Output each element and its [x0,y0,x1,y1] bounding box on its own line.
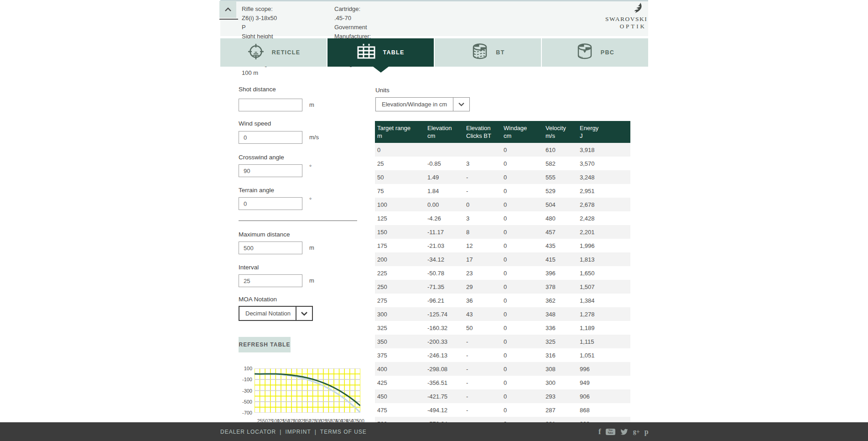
table-row: 325-160.325003361,189 [375,321,630,335]
tab-table[interactable]: TABLE [327,38,434,67]
terrain-angle-input[interactable] [239,197,302,210]
refresh-table-button[interactable]: REFRESH TABLE [239,337,291,352]
crosswind-angle-input[interactable] [239,164,302,177]
table-cell: 100 [377,201,427,208]
table-cell: 0 [504,229,546,236]
twitter-icon[interactable] [620,428,629,436]
table-row: 175-21.031204351,996 [375,239,630,252]
table-cell: 0 [504,352,546,359]
table-cell: 200 [377,256,427,263]
pinterest-icon[interactable]: p [645,428,649,436]
table-cell: -50.78 [427,270,466,277]
googleplus-icon[interactable]: g+ [633,428,640,436]
table-row: 425-356.51-0300949 [375,376,630,389]
table-cell: 293 [546,393,580,400]
maximum-distance-label: Maximum distance [239,231,366,238]
table-cell: - [466,174,504,181]
table-cell: 375 [377,352,427,359]
table-cell: 336 [546,325,580,331]
ballistic-calculator-page: Rifle scope: Z6(i) 3-18x50 P Sight heigh… [0,0,868,441]
wind-speed-input[interactable] [239,131,302,144]
shot-distance-input[interactable] [239,99,302,111]
table-cell: -200.33 [427,338,466,345]
tab-table-label: TABLE [383,49,404,56]
table-cell: 450 [377,393,427,400]
tab-bt[interactable]: BT [434,38,541,67]
table-cell: 1,189 [580,325,630,331]
table-cell: 17 [466,256,504,263]
table-cell: 1,115 [580,338,630,345]
table-cell: 0 [504,174,546,181]
table-cell: - [466,393,504,400]
table-cell: 300 [546,379,580,386]
table-cell: 43 [466,311,504,318]
table-cell: 0.00 [427,201,466,208]
table-cell: 300 [377,311,427,318]
chevron-down-icon [296,307,312,320]
column-header-target-range: Target rangem [377,124,427,143]
moa-notation-select[interactable]: Decimal Notation [239,306,313,321]
table-cell: -356.51 [427,379,466,386]
table-row: 400-298.08-0308996 [375,362,630,376]
table-cell: 0 [504,325,546,331]
table-cell: 8 [466,229,504,236]
units-select[interactable]: Elevation/Windage in cm [375,97,470,111]
imprint-link[interactable]: IMPRINT [285,429,311,435]
table-cell: 0 [466,201,504,208]
column-header-velocity: Velocitym/s [546,124,580,143]
table-cell: 275 [377,297,427,304]
column-header-elevation-cm: Elevationcm [427,124,466,143]
spec-cartridge: Cartridge: .45-70 Government [334,5,372,32]
table-cell: -4.26 [427,215,466,222]
link-separator: | [280,429,281,435]
spec-rifle-scope: Rifle scope: Z6(i) 3-18x50 P [242,5,281,32]
table-cell: 457 [546,229,580,236]
maximum-distance-input[interactable] [239,242,302,254]
table-icon [357,44,376,61]
wind-speed-unit: m/s [309,134,319,141]
table-cell: 949 [580,379,630,386]
table-cell: 906 [580,393,630,400]
configuration-header: Rifle scope: Z6(i) 3-18x50 P Sight heigh… [220,1,648,36]
table-cell: 25 [377,160,427,167]
crosswind-angle-unit: ° [309,163,312,170]
facebook-icon[interactable]: f [598,427,601,436]
table-cell: 1,813 [580,256,630,263]
y-tick-label: -100 [232,377,252,382]
table-cell: 0 [504,188,546,194]
swarovski-optik-logo: SWAROVSKI OPTIK [605,2,646,30]
shot-distance-unit: m [309,101,314,108]
interval-unit: m [309,277,314,284]
collapse-header-button[interactable] [219,1,236,18]
dealer-locator-link[interactable]: DEALER LOCATOR [220,429,276,435]
table-cell: 125 [377,215,427,222]
table-cell: 475 [377,407,427,414]
table-cell: 378 [546,284,580,290]
table-cell: -298.08 [427,366,466,373]
table-cell: 1,278 [580,311,630,318]
table-cell: 3,570 [580,160,630,167]
table-cell: 3 [466,215,504,222]
tab-pbc[interactable]: PBC [541,38,648,67]
table-cell: 0 [504,338,546,345]
table-cell: - [466,407,504,414]
table-cell: 0 [504,215,546,222]
reticle-icon [247,42,265,63]
table-cell: -21.03 [427,242,466,249]
table-cell: 0 [504,201,546,208]
table-cell: 480 [546,215,580,222]
interval-input[interactable] [239,274,302,287]
table-cell: 350 [377,338,427,345]
table-cell: 1.84 [427,188,466,194]
terms-of-use-link[interactable]: TERMS OF USE [320,429,367,435]
wind-speed-label: Wind speed [239,120,366,127]
youtube-icon[interactable]: YouTube [606,429,615,435]
terrain-angle-label: Terrain angle [239,187,366,194]
table-cell: 0 [504,379,546,386]
units-value: Elevation/Windage in cm [376,98,453,111]
column-header-energy: EnergyJ [580,124,630,143]
tab-reticle-label: RETICLE [272,49,301,56]
tab-reticle[interactable]: RETICLE [220,38,327,67]
table-cell: 504 [546,201,580,208]
logo-sub-text: OPTIK [605,23,646,30]
